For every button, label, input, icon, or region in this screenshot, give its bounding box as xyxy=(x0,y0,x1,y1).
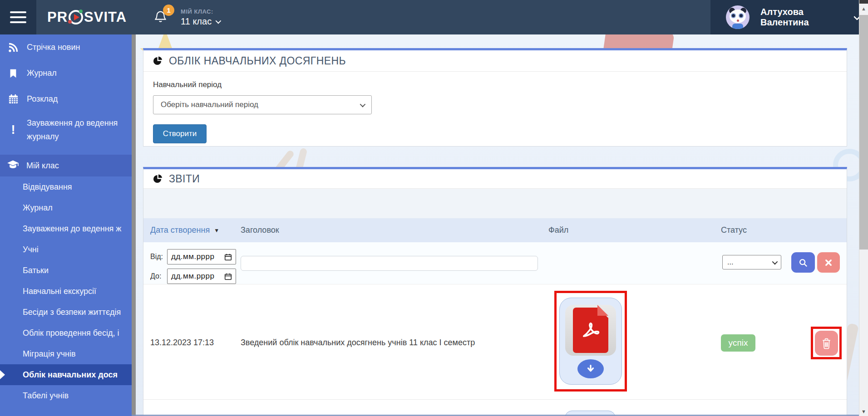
sidebar-item-excursions[interactable]: Навчальні екскурсії xyxy=(0,281,132,302)
graduation-cap-icon xyxy=(7,158,19,173)
logo-text-pre: PR xyxy=(47,9,68,25)
sidebar-item-student-migration[interactable]: Міграція учнів xyxy=(0,343,132,364)
calendar-icon xyxy=(224,253,232,261)
column-header-status: Статус xyxy=(721,225,747,235)
scrollbar-down-arrow[interactable]: ▼ xyxy=(859,409,868,414)
status-filter-select[interactable]: ... xyxy=(722,255,781,269)
table-row-partial xyxy=(143,400,847,416)
user-menu[interactable]: Алтухова Валентина xyxy=(710,0,859,34)
pdf-file-card[interactable] xyxy=(559,298,622,385)
sidebar-item-class-remarks[interactable]: Зауваження до ведення ж xyxy=(0,218,132,239)
download-icon xyxy=(586,364,596,374)
pie-chart-icon xyxy=(153,174,163,184)
sidebar-item-safety-talks[interactable]: Бесіди з безпеки життєдія xyxy=(0,302,132,323)
status-badge: успіх xyxy=(721,334,755,352)
chevron-down-icon xyxy=(360,101,366,107)
reports-title: ЗВІТИ xyxy=(169,173,200,185)
sidebar-item-achievements-record[interactable]: Облік навчальних дося xyxy=(0,364,132,385)
chevron-down-icon xyxy=(772,259,778,264)
table-row: 13.12.2023 17:13 Зведений облік навчальн… xyxy=(143,284,847,400)
vertical-scrollbar[interactable]: ▲ ▼ xyxy=(859,0,868,416)
exclamation-icon: ! xyxy=(7,123,20,137)
clear-filters-button[interactable] xyxy=(817,252,840,273)
date-to-input[interactable]: дд.мм.рррр xyxy=(167,269,236,284)
annotation-rectangle xyxy=(811,327,842,359)
sidebar-item-class-journal[interactable]: Журнал xyxy=(0,197,132,218)
period-select[interactable]: Оберіть навчальний період xyxy=(153,95,372,114)
logo-text-post: SVITA xyxy=(84,9,127,25)
date-from-label: Від: xyxy=(150,253,165,261)
class-selector-label: МІЙ КЛАС: xyxy=(181,8,220,15)
sidebar-item-journal[interactable]: Журнал xyxy=(0,60,132,86)
hamburger-menu-icon[interactable] xyxy=(0,0,36,34)
trash-icon xyxy=(821,337,832,349)
sidebar-item-report-cards[interactable]: Табелі учнів xyxy=(0,385,132,406)
class-selector-value: 11 клас xyxy=(181,16,212,27)
page-title: ОБЛІК НАВЧАЛЬНИХ ДОСЯГНЕНЬ xyxy=(169,55,346,67)
scrollbar-up-arrow[interactable]: ▲ xyxy=(859,6,868,11)
sidebar-item-journal-remarks[interactable]: ! Зауваження до ведення журналу xyxy=(0,112,132,147)
annotation-rectangle xyxy=(554,291,627,392)
report-date: 13.12.2023 17:13 xyxy=(150,338,214,347)
sort-desc-icon: ▼ xyxy=(214,227,219,234)
user-name: Алтухова Валентина xyxy=(760,7,848,28)
sidebar-item-parents[interactable]: Батьки xyxy=(0,260,132,281)
notifications-button[interactable]: 1 xyxy=(154,10,167,25)
prosvita-logo[interactable]: PR SVITA xyxy=(47,9,127,25)
column-header-date-sort[interactable]: Дата створення ▼ xyxy=(150,225,219,235)
sidebar-item-news-feed[interactable]: Стрічка новин xyxy=(0,34,132,60)
title-filter-input[interactable] xyxy=(241,256,538,271)
sidebar-item-attendance[interactable]: Відвідування xyxy=(0,176,132,197)
download-button[interactable] xyxy=(577,359,604,378)
date-to-label: До: xyxy=(150,272,165,280)
search-button[interactable] xyxy=(791,252,815,273)
report-title: Зведений облік навчальних досягнень учні… xyxy=(241,338,475,347)
column-header-file: Файл xyxy=(548,225,568,235)
reports-toolbar-band xyxy=(143,189,847,218)
date-from-input[interactable]: дд.мм.рррр xyxy=(167,249,236,264)
sidebar-section-my-class[interactable]: Мій клас xyxy=(0,155,132,176)
table-header-row: Дата створення ▼ Заголовок Файл Статус xyxy=(143,218,847,242)
content-left-divider xyxy=(132,34,136,416)
reports-card: ЗВІТИ Дата створення ▼ Заголовок Файл Ст… xyxy=(143,167,847,416)
calendar-icon xyxy=(224,273,232,280)
chevron-down-icon xyxy=(216,18,222,24)
sidebar-item-talks-record[interactable]: Облік проведення бесід, і xyxy=(0,323,132,343)
calendar-icon xyxy=(7,94,20,104)
sidebar-item-schedule[interactable]: Розклад xyxy=(0,86,132,112)
sidebar-item-students[interactable]: Учні xyxy=(0,239,132,260)
main-content: ОБЛІК НАВЧАЛЬНИХ ДОСЯГНЕНЬ Навчальний пе… xyxy=(132,34,859,416)
bookmark-icon xyxy=(7,69,20,78)
delete-button[interactable] xyxy=(815,331,838,356)
search-icon xyxy=(798,258,808,268)
achievements-card: ОБЛІК НАВЧАЛЬНИХ ДОСЯГНЕНЬ Навчальний пе… xyxy=(143,48,847,147)
avatar xyxy=(726,5,750,29)
filter-row: Від: дд.мм.рррр До: дд.мм.рррр xyxy=(143,242,847,284)
close-icon xyxy=(824,259,833,267)
topbar: PR SVITA 1 МІЙ КЛАС: 11 клас Алтухова Ва… xyxy=(0,0,859,34)
pie-chart-icon xyxy=(153,56,163,66)
notification-count-badge: 1 xyxy=(163,5,174,16)
logo-play-icon xyxy=(69,10,83,24)
rss-icon xyxy=(7,42,20,53)
period-label: Навчальний період xyxy=(153,80,837,89)
create-button[interactable]: Створити xyxy=(153,124,207,143)
column-header-title: Заголовок xyxy=(241,225,279,235)
class-selector[interactable]: МІЙ КЛАС: 11 клас xyxy=(181,8,220,27)
pdf-icon xyxy=(565,305,616,356)
scrollbar-thumb[interactable] xyxy=(859,15,868,250)
scrollbar-top-edge xyxy=(859,0,868,4)
sidebar: Стрічка новин Журнал Розклад ! Зауваженн… xyxy=(0,34,132,416)
